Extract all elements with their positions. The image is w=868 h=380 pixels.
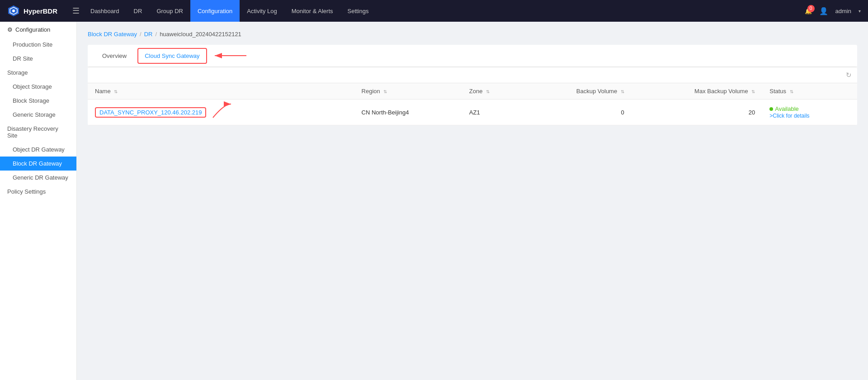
table-container: ↻ Name ⇅ Region ⇅ bbox=[88, 67, 857, 125]
breadcrumb-sep-1: / bbox=[140, 31, 142, 38]
sidebar-label-policy-settings: Policy Settings bbox=[7, 188, 46, 195]
nav-right-area: 🔔 0 👤 admin ▾ bbox=[805, 7, 861, 15]
page-container: Block DR Gateway / DR / huaweicloud_2024… bbox=[77, 22, 868, 134]
sidebar-item-block-dr-gateway[interactable]: Block DR Gateway bbox=[0, 157, 76, 171]
click-details-anchor[interactable]: >Click for details bbox=[769, 113, 809, 119]
breadcrumb-current: huaweicloud_20240422152121 bbox=[160, 31, 241, 38]
user-avatar-icon: 👤 bbox=[819, 7, 828, 15]
row-status-cell: Available >Click for details bbox=[762, 100, 857, 125]
sidebar-item-block-storage[interactable]: Block Storage bbox=[0, 94, 76, 108]
refresh-button[interactable]: ↻ bbox=[846, 71, 852, 79]
table-header-row: ↻ bbox=[88, 67, 857, 83]
content-panel: Overview Cloud Sync Gateway bbox=[88, 45, 857, 125]
sidebar-label-production-site: Production Site bbox=[13, 41, 52, 48]
breadcrumb: Block DR Gateway / DR / huaweicloud_2024… bbox=[88, 31, 857, 38]
sidebar-configuration-label: Configuration bbox=[15, 26, 50, 33]
table-head: Name ⇅ Region ⇅ Zone ⇅ bbox=[88, 83, 857, 100]
sidebar-label-generic-dr-gateway: Generic DR Gateway bbox=[13, 174, 68, 181]
app-logo[interactable]: HyperBDR bbox=[7, 5, 61, 17]
row-name-link[interactable]: DATA_SYNC_PROXY_120.46.202.219 bbox=[99, 109, 202, 116]
svg-point-2 bbox=[12, 10, 15, 12]
annotation-arrow-tab bbox=[212, 50, 249, 61]
sort-status-icon: ⇅ bbox=[790, 89, 793, 94]
tabs-section: Overview Cloud Sync Gateway bbox=[88, 45, 857, 67]
col-zone[interactable]: Zone ⇅ bbox=[462, 83, 523, 100]
app-name: HyperBDR bbox=[24, 7, 57, 15]
row-name-cell: DATA_SYNC_PROXY_120.46.202.219 bbox=[88, 100, 354, 125]
table-header-tr: Name ⇅ Region ⇅ Zone ⇅ bbox=[88, 83, 857, 100]
sort-backup-volume-icon: ⇅ bbox=[621, 89, 624, 94]
sidebar-item-storage[interactable]: Storage bbox=[0, 66, 76, 80]
sidebar-item-disastery-recovery-site[interactable]: Disastery Recovery Site bbox=[0, 122, 76, 142]
sidebar-label-block-storage: Block Storage bbox=[13, 97, 49, 104]
tab-cloud-sync-wrapper: Cloud Sync Gateway bbox=[137, 48, 248, 64]
tab-cloud-sync-gateway[interactable]: Cloud Sync Gateway bbox=[137, 48, 207, 64]
sidebar: ⚙ Configuration Production Site DR Site … bbox=[0, 22, 77, 380]
sidebar-label-object-storage: Object Storage bbox=[13, 83, 52, 90]
row-region-cell: CN North-Beijing4 bbox=[354, 100, 462, 125]
sidebar-item-object-dr-gateway[interactable]: Object DR Gateway bbox=[0, 142, 76, 157]
row-zone-cell: AZ1 bbox=[462, 100, 523, 125]
sidebar-label-object-dr-gateway: Object DR Gateway bbox=[13, 146, 65, 153]
status-dot-icon bbox=[769, 107, 773, 111]
sidebar-item-dr-site[interactable]: DR Site bbox=[0, 52, 76, 66]
sidebar-label-generic-storage: Generic Storage bbox=[13, 111, 56, 118]
table-body: DATA_SYNC_PROXY_120.46.202.219 bbox=[88, 100, 857, 125]
sidebar-item-generic-storage[interactable]: Generic Storage bbox=[0, 108, 76, 122]
sidebar-section-configuration: ⚙ Configuration bbox=[0, 22, 76, 38]
sidebar-label-storage: Storage bbox=[7, 69, 28, 76]
config-icon: ⚙ bbox=[7, 26, 13, 33]
app-layout: ⚙ Configuration Production Site DR Site … bbox=[0, 22, 868, 380]
col-name[interactable]: Name ⇅ bbox=[88, 83, 354, 100]
name-cell-highlight-box: DATA_SYNC_PROXY_120.46.202.219 bbox=[95, 107, 206, 118]
sort-name-icon: ⇅ bbox=[114, 89, 118, 94]
breadcrumb-sep-2: / bbox=[156, 31, 157, 38]
sidebar-item-generic-dr-gateway[interactable]: Generic DR Gateway bbox=[0, 171, 76, 185]
nav-settings[interactable]: Settings bbox=[340, 0, 376, 22]
sort-zone-icon: ⇅ bbox=[486, 89, 490, 94]
sidebar-item-production-site[interactable]: Production Site bbox=[0, 38, 76, 52]
sidebar-item-policy-settings[interactable]: Policy Settings bbox=[0, 185, 76, 199]
status-label: Available bbox=[775, 105, 799, 112]
col-max-backup-volume[interactable]: Max Backup Volume ⇅ bbox=[632, 83, 762, 100]
nav-activity-log[interactable]: Activity Log bbox=[240, 0, 284, 22]
col-status[interactable]: Status ⇅ bbox=[762, 83, 857, 100]
sidebar-label-dr-site: DR Site bbox=[13, 55, 33, 62]
annotation-arrow-row bbox=[211, 104, 233, 120]
nav-monitor-alerts[interactable]: Monitor & Alerts bbox=[284, 0, 340, 22]
sidebar-item-object-storage[interactable]: Object Storage bbox=[0, 80, 76, 94]
col-region[interactable]: Region ⇅ bbox=[354, 83, 462, 100]
sidebar-label-block-dr-gateway: Block DR Gateway bbox=[13, 160, 62, 167]
main-content: Block DR Gateway / DR / huaweicloud_2024… bbox=[77, 22, 868, 380]
logo-icon bbox=[7, 5, 20, 17]
sort-max-backup-volume-icon: ⇅ bbox=[751, 89, 755, 94]
gateway-table: Name ⇅ Region ⇅ Zone ⇅ bbox=[88, 83, 857, 125]
row-name-wrapper: DATA_SYNC_PROXY_120.46.202.219 bbox=[95, 104, 347, 120]
hamburger-menu[interactable]: ☰ bbox=[72, 6, 80, 16]
click-for-details-link[interactable]: >Click for details bbox=[769, 112, 850, 119]
sidebar-label-disastery-recovery-site: Disastery Recovery Site bbox=[7, 125, 69, 139]
user-chevron-icon[interactable]: ▾ bbox=[859, 9, 861, 14]
top-navigation: HyperBDR ☰ Dashboard DR Group DR Configu… bbox=[0, 0, 868, 22]
status-available-indicator: Available bbox=[769, 105, 850, 112]
sort-region-icon: ⇅ bbox=[383, 89, 387, 94]
table-row: DATA_SYNC_PROXY_120.46.202.219 bbox=[88, 100, 857, 125]
row-backup-volume-cell: 0 bbox=[523, 100, 631, 125]
nav-configuration[interactable]: Configuration bbox=[190, 0, 240, 22]
col-backup-volume[interactable]: Backup Volume ⇅ bbox=[523, 83, 631, 100]
nav-dashboard[interactable]: Dashboard bbox=[83, 0, 127, 22]
user-name-label[interactable]: admin bbox=[835, 8, 851, 14]
row-max-backup-volume-cell: 20 bbox=[632, 100, 762, 125]
nav-group-dr[interactable]: Group DR bbox=[149, 0, 190, 22]
tabs-inner: Overview Cloud Sync Gateway bbox=[88, 45, 857, 66]
nav-dr[interactable]: DR bbox=[127, 0, 150, 22]
notification-badge: 0 bbox=[807, 5, 815, 12]
breadcrumb-dr[interactable]: DR bbox=[144, 31, 153, 38]
tab-overview[interactable]: Overview bbox=[95, 47, 134, 65]
breadcrumb-block-dr-gateway[interactable]: Block DR Gateway bbox=[88, 31, 137, 38]
notifications-bell[interactable]: 🔔 0 bbox=[805, 8, 812, 14]
